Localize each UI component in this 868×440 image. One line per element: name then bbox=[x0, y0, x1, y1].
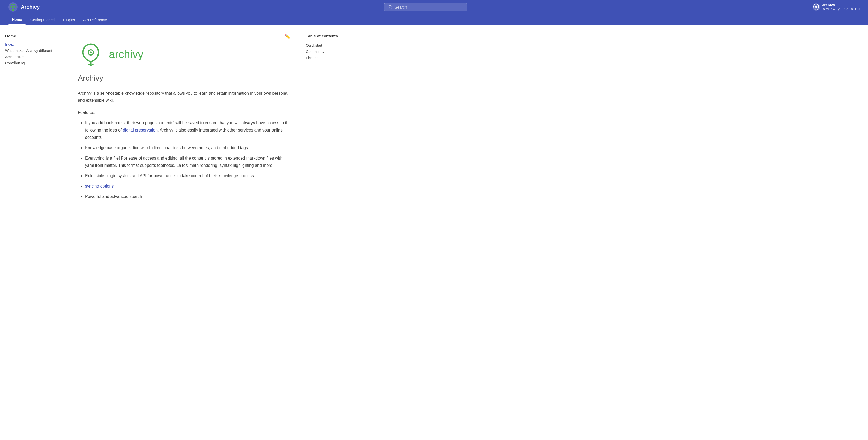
svg-marker-7 bbox=[838, 8, 840, 10]
feature-item-syncing: syncing options bbox=[85, 183, 290, 190]
digital-preservation-link[interactable]: digital preservation bbox=[123, 128, 158, 132]
nav-plugins[interactable]: Plugins bbox=[59, 15, 79, 25]
feature-item-plugins: Extensible plugin system and API for pow… bbox=[85, 172, 290, 179]
toc-item-license[interactable]: License bbox=[306, 55, 352, 61]
feature-text-kb: Knowledge base organization with bidirec… bbox=[85, 146, 249, 150]
svg-point-12 bbox=[90, 52, 92, 54]
feature-item-search: Powerful and advanced search bbox=[85, 193, 290, 200]
features-list: If you add bookmarks, their web-pages co… bbox=[78, 119, 290, 200]
features-label: Features: bbox=[78, 109, 290, 116]
main-content: ✏️ archivy Archivy Archivy is a self-hos… bbox=[67, 25, 301, 440]
header-title: Archivy bbox=[21, 4, 40, 10]
repo-name: archivy bbox=[823, 3, 860, 7]
sidebar-item-index[interactable]: Index bbox=[5, 41, 62, 48]
svg-point-1 bbox=[12, 6, 14, 8]
feature-item-knowledge-base: Knowledge base organization with bidirec… bbox=[85, 144, 290, 151]
search-input[interactable] bbox=[395, 5, 463, 9]
nav-getting-started[interactable]: Getting Started bbox=[27, 15, 58, 25]
nav-bar: Home Getting Started Plugins API Referen… bbox=[0, 14, 868, 25]
svg-line-3 bbox=[391, 7, 392, 8]
nav-home[interactable]: Home bbox=[8, 15, 26, 25]
archivy-header-icon bbox=[8, 2, 18, 12]
feature-text-search: Powerful and advanced search bbox=[85, 194, 142, 199]
header-left: Archivy bbox=[8, 2, 40, 12]
description-text: Archivy is a self-hostable knowledge rep… bbox=[78, 90, 290, 104]
syncing-options-link[interactable]: syncing options bbox=[85, 184, 114, 188]
page-title: Archivy bbox=[78, 74, 290, 83]
archivy-brand-name: archivy bbox=[109, 48, 143, 61]
star-icon bbox=[838, 7, 841, 11]
svg-point-8 bbox=[851, 8, 852, 8]
toc-item-quickstart[interactable]: Quickstart bbox=[306, 42, 352, 49]
archivy-logo-area: archivy bbox=[78, 41, 290, 67]
sidebar-item-what-makes-different[interactable]: What makes Archivy different bbox=[5, 48, 62, 54]
feature-text-files: Everything is a file! For ease of access… bbox=[85, 156, 282, 168]
feature-bold-always: always bbox=[241, 121, 255, 125]
header-right: archivy v1.7.4 3.1k bbox=[812, 3, 860, 11]
sidebar-item-contributing[interactable]: Contributing bbox=[5, 60, 62, 66]
header: Archivy archivy v1.7.4 bbox=[0, 0, 868, 14]
left-sidebar: Home Index What makes Archivy different … bbox=[0, 25, 67, 440]
sidebar-item-architecture[interactable]: Architecture bbox=[5, 54, 62, 60]
feature-item-bookmarks: If you add bookmarks, their web-pages co… bbox=[85, 119, 290, 141]
toc-title: Table of contents bbox=[306, 34, 352, 38]
feature-text-plugins: Extensible plugin system and API for pow… bbox=[85, 174, 254, 178]
svg-point-5 bbox=[815, 6, 817, 8]
archivy-repo-icon bbox=[812, 3, 820, 11]
sidebar-section-title: Home bbox=[5, 34, 62, 38]
repo-meta: v1.7.4 3.1k 110 bbox=[823, 7, 860, 11]
tag-icon bbox=[823, 7, 826, 11]
fork-icon bbox=[850, 7, 854, 11]
search-box[interactable] bbox=[384, 3, 467, 11]
edit-icon[interactable]: ✏️ bbox=[285, 34, 290, 39]
toc-item-community[interactable]: Community bbox=[306, 49, 352, 55]
repo-stars: 3.1k bbox=[838, 7, 847, 11]
page-layout: Home Index What makes Archivy different … bbox=[0, 25, 868, 440]
svg-point-9 bbox=[852, 8, 853, 8]
svg-point-6 bbox=[823, 8, 824, 9]
search-icon bbox=[389, 5, 393, 9]
archivy-brand-logo bbox=[78, 41, 104, 67]
feature-item-files: Everything is a file! For ease of access… bbox=[85, 155, 290, 169]
toc-sidebar: Table of contents Quickstart Community L… bbox=[301, 25, 358, 440]
repo-version: v1.7.4 bbox=[823, 7, 835, 11]
feature-text-before: If you add bookmarks, their web-pages co… bbox=[85, 121, 241, 125]
repo-info: archivy v1.7.4 3.1k bbox=[823, 3, 860, 11]
nav-api-reference[interactable]: API Reference bbox=[80, 15, 111, 25]
repo-forks: 110 bbox=[850, 7, 860, 11]
